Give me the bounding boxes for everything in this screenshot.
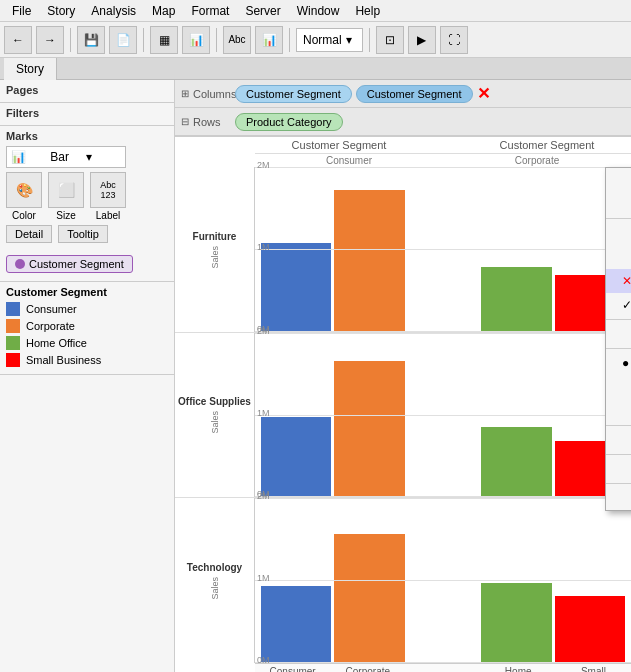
- ctx-check-showheader: ✕: [622, 274, 631, 288]
- dropdown-arrow: ▾: [346, 33, 352, 47]
- ctx-sep-3: [606, 348, 631, 349]
- tab-story[interactable]: Story: [4, 58, 57, 80]
- columns-pill2[interactable]: Customer Segment: [356, 85, 473, 103]
- marks-title: Marks: [6, 130, 168, 142]
- menu-format[interactable]: Format: [183, 2, 237, 20]
- columns-pill1[interactable]: Customer Segment: [235, 85, 352, 103]
- menu-server[interactable]: Server: [237, 2, 288, 20]
- toolbar-redo[interactable]: →: [36, 26, 64, 54]
- ctx-filter[interactable]: Filter...: [606, 168, 631, 192]
- ctx-showheader[interactable]: ✕ Show Header: [606, 269, 631, 293]
- menu-window[interactable]: Window: [289, 2, 348, 20]
- x-label-smallbiz: SmallBusiness: [556, 666, 631, 672]
- sub-col-labels: Consumer Corporate: [255, 154, 631, 167]
- toolbar-fit[interactable]: ⊡: [376, 26, 404, 54]
- row-label-technology: Technology Sales: [175, 498, 255, 663]
- menu-map[interactable]: Map: [144, 2, 183, 20]
- bar-os-consumer: [261, 417, 331, 497]
- legend-item-homeoffice: Home Office: [6, 336, 168, 350]
- ctx-sort[interactable]: Sort...: [606, 221, 631, 245]
- menu-help[interactable]: Help: [347, 2, 388, 20]
- furniture-chart: 0M 1M 2M: [255, 167, 631, 332]
- label-button[interactable]: Abc123 Label: [90, 172, 126, 221]
- ctx-format[interactable]: Format...: [606, 245, 631, 269]
- rows-icon: ⊟: [181, 116, 189, 127]
- detail-tooltip-row: Detail Tooltip: [6, 225, 168, 243]
- toolbar-bar[interactable]: 📊: [255, 26, 283, 54]
- tab-story-label: Story: [16, 62, 44, 76]
- legend-label-homeoffice: Home Office: [26, 337, 87, 349]
- filters-section: Filters: [0, 103, 174, 126]
- marks-type-dropdown[interactable]: 📊 Bar ▾: [6, 146, 126, 168]
- rows-pill1[interactable]: Product Category: [235, 113, 343, 131]
- ctx-editaliases[interactable]: Edit Aliases...: [606, 322, 631, 346]
- color-label: Color: [12, 210, 36, 221]
- legend-item-smallbiz: Small Business: [6, 353, 168, 367]
- bar-tech-consumer: [261, 586, 331, 663]
- ctx-attribute[interactable]: Attribute: [606, 375, 631, 399]
- technology-chart: 0M 1M 2M: [255, 498, 631, 663]
- pill-label: Customer Segment: [29, 258, 124, 270]
- color-button[interactable]: 🎨 Color: [6, 172, 42, 221]
- ctx-subtotals: Subtotals: [606, 457, 631, 481]
- menu-analysis[interactable]: Analysis: [83, 2, 144, 20]
- ctx-showfilter[interactable]: Show Filter: [606, 192, 631, 216]
- col-header-right: Customer Segment: [463, 139, 631, 151]
- toolbar-grid[interactable]: ▦: [150, 26, 178, 54]
- toolbar-new[interactable]: 📄: [109, 26, 137, 54]
- ctx-sep-6: [606, 483, 631, 484]
- x-label-consumer: Consumer: [255, 666, 330, 672]
- legend-color-corporate: [6, 319, 20, 333]
- toolbar-undo[interactable]: ←: [4, 26, 32, 54]
- size-button[interactable]: ⬜ Size: [48, 172, 84, 221]
- bar-furniture-consumer: [261, 243, 331, 331]
- size-label: Size: [56, 210, 75, 221]
- toolbar-chart[interactable]: 📊: [182, 26, 210, 54]
- ctx-editinshelf[interactable]: Edit in Shelf: [606, 428, 631, 452]
- toolbar-fullscreen[interactable]: ⛶: [440, 26, 468, 54]
- sidebar: Pages Filters Marks 📊 Bar ▾ 🎨 Color ⬜: [0, 80, 175, 672]
- ctx-dimension[interactable]: ● Dimension: [606, 351, 631, 375]
- ytick-2m-os: 2M: [255, 333, 631, 334]
- officesupplies-bars: [257, 337, 629, 498]
- x-label-homeoffice: HomeOffice: [481, 666, 556, 672]
- technology-sales-label: Sales: [210, 577, 220, 600]
- normal-dropdown[interactable]: Normal ▾: [296, 28, 363, 52]
- chart-row-technology: Technology Sales 0M 1M 2M: [175, 498, 631, 663]
- furniture-sales-label: Sales: [210, 246, 220, 269]
- ctx-sep-1: [606, 218, 631, 219]
- columns-label: ⊞ Columns: [175, 88, 235, 100]
- legend-label-smallbiz: Small Business: [26, 354, 101, 366]
- marks-section: Marks 📊 Bar ▾ 🎨 Color ⬜ Size: [0, 126, 174, 282]
- menu-file[interactable]: File: [4, 2, 39, 20]
- legend-section: Customer Segment Consumer Corporate Home…: [0, 282, 174, 375]
- menu-story[interactable]: Story: [39, 2, 83, 20]
- tooltip-button[interactable]: Tooltip: [58, 225, 108, 243]
- tab-bar: Story: [0, 58, 631, 80]
- columns-row: ⊞ Columns Customer Segment Customer Segm…: [175, 80, 631, 108]
- ctx-remove[interactable]: Remove: [606, 486, 631, 510]
- chart-rows: Furniture Sales 0M 1M 2M: [175, 167, 631, 663]
- marks-type-label: Bar: [50, 150, 85, 164]
- bar-furniture-corporate: [334, 190, 404, 331]
- legend-title: Customer Segment: [6, 286, 168, 298]
- officesupplies-sales-label: Sales: [210, 411, 220, 434]
- color-icon: 🎨: [6, 172, 42, 208]
- ctx-sep-5: [606, 454, 631, 455]
- bar-tech-corporate: [334, 534, 404, 663]
- legend-label-consumer: Consumer: [26, 303, 77, 315]
- ctx-includetooltip[interactable]: ✓ Include in Tooltip: [606, 293, 631, 317]
- detail-button[interactable]: Detail: [6, 225, 52, 243]
- legend-item-corporate: Corporate: [6, 319, 168, 333]
- furniture-bars: [257, 171, 629, 332]
- legend-color-consumer: [6, 302, 20, 316]
- normal-label: Normal: [303, 33, 342, 47]
- ctx-measure[interactable]: Measure ▶: [606, 399, 631, 423]
- ytick-2m-furniture: 2M: [255, 167, 631, 168]
- toolbar-save[interactable]: 💾: [77, 26, 105, 54]
- toolbar-abc[interactable]: Abc: [223, 26, 251, 54]
- pages-title: Pages: [6, 84, 168, 96]
- toolbar-present[interactable]: ▶: [408, 26, 436, 54]
- customer-segment-pill[interactable]: Customer Segment: [6, 255, 133, 273]
- sub-label-corporate: Corporate: [443, 155, 631, 166]
